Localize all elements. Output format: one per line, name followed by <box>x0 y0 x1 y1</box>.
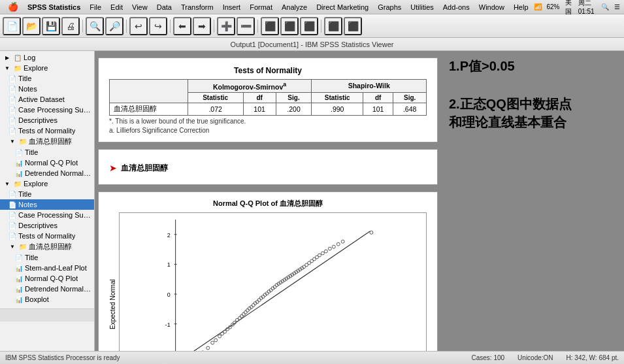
table-header-ks: Kolmogorov-Smirnova <box>188 80 312 93</box>
sidebar-item-stem-leaf[interactable]: 📊 Stem-and-Leaf Plot <box>0 263 94 273</box>
section-header-panel: ➤ 血清总胆固醇 <box>98 149 438 185</box>
sidebar-label-normal-qq-1: Normal Q-Q Plot <box>25 159 78 167</box>
menu-window[interactable]: Window <box>475 3 508 12</box>
sidebar-item-boxplot[interactable]: 📊 Boxplot <box>0 294 94 305</box>
window-title: Output1 [Document1] - IBM SPSS Statistic… <box>231 41 394 48</box>
sidebar-label-case-processing-1: Case Processing Summa... <box>18 106 91 114</box>
apple-menu[interactable]: 🍎 <box>4 1 22 12</box>
menu-format[interactable]: Format <box>246 3 276 12</box>
toolbar-btn-10[interactable]: ⬛ <box>344 17 362 35</box>
toolbar-btn-8[interactable]: ⬛ <box>300 17 318 35</box>
sidebar-item-title-1[interactable]: 📄 Title <box>0 73 94 84</box>
status-bar: IBM SPSS Statistics Processor is ready C… <box>0 351 624 364</box>
toolbar-btn-7[interactable]: ⬛ <box>280 17 299 35</box>
sidebar-item-tests-normality-1[interactable]: 📄 Tests of Normality <box>0 125 94 136</box>
print-button[interactable]: 🖨 <box>61 17 80 35</box>
list-icon[interactable]: ☰ <box>614 3 620 10</box>
table-cell-variable: 血清总胆固醇 <box>110 103 188 115</box>
sidebar-label-title-1: Title <box>18 74 31 82</box>
time-display: 周二01:51 <box>578 0 596 15</box>
svg-point-46 <box>252 303 255 306</box>
table-header-sw-stat: Statistic <box>312 92 363 103</box>
menu-transform[interactable]: Transform <box>177 3 218 12</box>
table-header-sw-sig: Sig. <box>393 92 427 103</box>
nav-next-button[interactable]: ➡ <box>193 17 211 35</box>
nav-prev-button[interactable]: ⬅ <box>173 17 191 35</box>
sidebar-item-tests-normality-2[interactable]: 📄 Tests of Normality <box>0 231 94 241</box>
main-layout: 📋 Log 📁 Explore 📄 Title 📄 Notes 📄 Active… <box>0 51 624 351</box>
sidebar-label-stem-leaf: Stem-and-Leaf Plot <box>25 264 87 272</box>
toolbar-sep-6 <box>321 20 321 33</box>
sidebar-item-explore-1[interactable]: 📁 Explore <box>0 63 94 73</box>
sidebar-item-blood-cholesterol-1[interactable]: 📁 血清总胆固醇 <box>0 136 94 147</box>
table-header-ks-stat: Statistic <box>188 92 243 103</box>
undo-button[interactable]: ↩ <box>129 17 148 35</box>
sidebar-label-active-dataset: Active Dataset <box>18 95 65 103</box>
sidebar-scrollbar[interactable] <box>0 308 94 322</box>
zoom-in-button[interactable]: 🔍 <box>86 17 104 35</box>
table-header-sw: Shapiro-Wilk <box>312 80 427 93</box>
svg-point-79 <box>321 252 324 255</box>
menu-help[interactable]: Help <box>510 3 533 12</box>
sidebar-item-detrended-2[interactable]: 📊 Detrended Normal Q... <box>0 284 94 294</box>
table-cell-sw-df: 101 <box>363 103 393 115</box>
menu-edit[interactable]: Edit <box>107 3 127 12</box>
sidebar-label-title-2: Title <box>25 148 38 156</box>
sidebar-item-active-dataset[interactable]: 📄 Active Dataset <box>0 94 94 105</box>
menu-utilities[interactable]: Utilities <box>406 3 437 12</box>
open-button[interactable]: 📂 <box>22 17 41 35</box>
menu-insert[interactable]: Insert <box>219 3 245 12</box>
menu-view[interactable]: View <box>128 3 152 12</box>
zoom-out-button[interactable]: 🔎 <box>105 17 123 35</box>
new-button[interactable]: 📄 <box>3 17 21 35</box>
sidebar-item-notes-2[interactable]: 📄 Notes <box>0 199 94 210</box>
svg-point-84 <box>341 240 344 243</box>
normality-table-note2: a. Lilliefors Significance Correction <box>109 127 427 134</box>
table-cell-sw-stat: .990 <box>312 103 363 115</box>
toolbar-btn-9[interactable]: ⬛ <box>324 17 342 35</box>
menu-file[interactable]: File <box>86 3 105 12</box>
sidebar-item-descriptives-1[interactable]: 📄 Descriptives <box>0 115 94 125</box>
normal-qq-icon-2: 📊 <box>14 274 24 283</box>
tests-normality-icon-2: 📄 <box>8 231 17 240</box>
stem-leaf-icon: 📊 <box>14 263 24 273</box>
sidebar-label-detrended-1: Detrended Normal Q... <box>25 169 91 177</box>
sidebar: 📋 Log 📁 Explore 📄 Title 📄 Notes 📄 Active… <box>0 51 95 351</box>
svg-point-40 <box>240 314 243 318</box>
sidebar-item-title-4[interactable]: 📄 Title <box>0 252 94 263</box>
delete-case-button[interactable]: ➖ <box>237 17 255 35</box>
notes-icon-2: 📄 <box>8 200 17 209</box>
sidebar-item-log[interactable]: 📋 Log <box>0 52 94 63</box>
title-icon-2: 📄 <box>14 148 24 157</box>
redo-button[interactable]: ↪ <box>149 17 167 35</box>
sidebar-item-notes-1[interactable]: 📄 Notes <box>0 84 94 94</box>
sidebar-item-title-3[interactable]: 📄 Title <box>0 189 94 199</box>
sidebar-item-case-processing-1[interactable]: 📄 Case Processing Summa... <box>0 105 94 115</box>
save-button[interactable]: 💾 <box>42 17 60 35</box>
menu-spss[interactable]: SPSS Statistics <box>24 3 84 12</box>
sidebar-label-notes-1: Notes <box>18 85 37 93</box>
svg-point-31 <box>218 335 222 338</box>
sidebar-item-normal-qq-1[interactable]: 📊 Normal Q-Q Plot <box>0 157 94 168</box>
descriptives-icon-2: 📄 <box>8 221 17 230</box>
toolbar-btn-6[interactable]: ⬛ <box>261 17 279 35</box>
sidebar-item-title-2[interactable]: 📄 Title <box>0 147 94 157</box>
menu-analyze[interactable]: Analyze <box>278 3 311 12</box>
toolbar-sep-1 <box>82 20 83 33</box>
sidebar-item-case-processing-2[interactable]: 📄 Case Processing Summa... <box>0 210 94 220</box>
menu-data[interactable]: Data <box>153 3 176 12</box>
insert-case-button[interactable]: ➕ <box>217 17 235 35</box>
search-icon[interactable]: 🔍 <box>601 3 609 10</box>
sidebar-item-descriptives-2[interactable]: 📄 Descriptives <box>0 220 94 231</box>
menu-addons[interactable]: Add-ons <box>439 3 474 12</box>
sidebar-label-title-3: Title <box>18 190 31 198</box>
sidebar-item-explore-2[interactable]: 📁 Explore <box>0 178 94 189</box>
sidebar-item-normal-qq-2[interactable]: 📊 Normal Q-Q Plot <box>0 273 94 284</box>
menu-direct-marketing[interactable]: Direct Marketing <box>312 3 372 12</box>
menu-graphs[interactable]: Graphs <box>374 3 405 12</box>
toolbar-sep-4 <box>214 20 214 33</box>
svg-point-27 <box>201 350 205 351</box>
sidebar-item-detrended-1[interactable]: 📊 Detrended Normal Q... <box>0 168 94 178</box>
sidebar-item-blood-cholesterol-2[interactable]: 📁 血清总胆固醇 <box>0 241 94 252</box>
table-cell-ks-df: 101 <box>243 103 276 115</box>
